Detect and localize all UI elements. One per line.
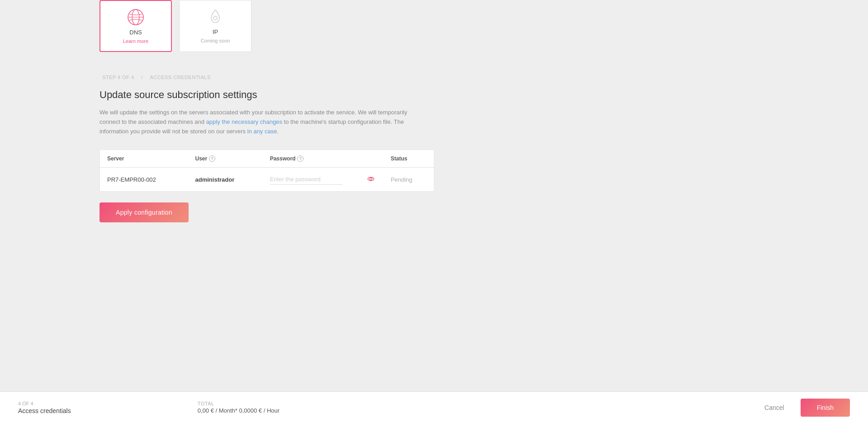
footer-step-num: 4 OF 4 [18,401,71,406]
status-badge: Pending [391,176,413,183]
server-cell: PR7-EMPR00-002 [100,168,188,192]
top-cards-area: DNS Learn more IP Coming soon [0,0,868,66]
footer-step-label: Access credentials [18,407,71,414]
user-help-icon[interactable]: ? [209,155,215,162]
password-cell [263,168,384,192]
user-cell: administrador [188,168,263,192]
col-header-status: Status [384,150,434,168]
page-wrapper: DNS Learn more IP Coming soon STEP 4 OF … [0,0,868,423]
password-input[interactable] [270,174,342,185]
ip-card[interactable]: IP Coming soon [179,0,251,52]
footer-actions: Cancel Finish [755,399,850,417]
svg-point-4 [370,178,372,180]
footer-total-value: 0,00 € / Month* 0,0000 € / Hour [198,407,280,414]
col-header-server: Server [100,150,188,168]
footer: 4 OF 4 Access credentials TOTAL 0,00 € /… [0,391,868,423]
apply-link[interactable]: apply the necessary changes [206,118,282,125]
footer-step: 4 OF 4 Access credentials [18,401,71,414]
apply-btn-row: Apply configuration [100,202,543,222]
ip-card-subtitle: Coming soon [201,38,230,43]
breadcrumb: STEP 4 OF 4 / ACCESS CREDENTIALS [100,75,543,80]
toggle-password-icon[interactable] [367,175,375,184]
dns-learn-more[interactable]: Learn more [123,38,148,44]
col-header-password: Password ? [263,150,384,168]
breadcrumb-separator: / [141,75,143,80]
ip-card-title: IP [213,28,218,35]
breadcrumb-section: ACCESS CREDENTIALS [150,75,210,80]
col-header-user: User ? [188,150,263,168]
footer-total-label: TOTAL [198,401,280,406]
main-content: STEP 4 OF 4 / ACCESS CREDENTIALS Update … [0,75,543,222]
status-cell: Pending [384,168,434,192]
finish-button[interactable]: Finish [801,399,850,417]
svg-point-3 [213,16,217,20]
dns-icon [127,8,145,26]
dns-card[interactable]: DNS Learn more [100,0,172,52]
page-title: Update source subscription settings [100,89,543,101]
section-description: We will update the settings on the serve… [100,108,425,136]
cancel-button[interactable]: Cancel [755,400,793,416]
dns-card-title: DNS [129,29,142,36]
apply-configuration-button[interactable]: Apply configuration [100,202,189,222]
ip-icon [206,8,224,26]
breadcrumb-step: STEP 4 OF 4 [102,75,134,80]
table-row: PR7-EMPR00-002 administrador [100,168,434,192]
any-case-link[interactable]: in any case. [247,128,279,135]
password-help-icon[interactable]: ? [297,155,304,162]
credentials-table: Server User ? Password ? [100,150,434,192]
footer-total: TOTAL 0,00 € / Month* 0,0000 € / Hour [198,401,280,414]
